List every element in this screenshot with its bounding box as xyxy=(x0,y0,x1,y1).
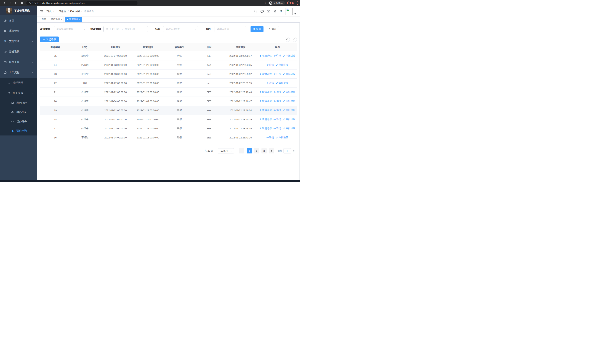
table-row[interactable]: 21 处理中 2022-01-22 00:00:00 2022-01-23 00… xyxy=(40,88,297,97)
forward-icon[interactable] xyxy=(9,1,12,5)
approval-progress-action[interactable]: 审批进度 xyxy=(283,118,295,121)
close-icon[interactable]: × xyxy=(61,18,62,20)
user-avatar[interactable] xyxy=(286,8,297,15)
sidebar-item-done-tasks[interactable]: 已办任务 xyxy=(0,117,37,126)
cancel-leave-action[interactable]: 取消请假 xyxy=(259,54,272,57)
date-range-picker[interactable]: 开始日期 - 结束日期 xyxy=(103,26,148,32)
address-bar[interactable]: 不安全 dashboard.yudao.iocoder.cn /bpm/oa/l… xyxy=(26,1,138,5)
page-button-1[interactable]: 1 xyxy=(247,148,252,153)
search-button[interactable]: 搜索 xyxy=(251,26,263,32)
approval-progress-action[interactable]: 审批进度 xyxy=(276,136,288,139)
fullscreen-icon[interactable] xyxy=(273,10,276,13)
leave-type-select[interactable]: 请选择请假类型 xyxy=(54,26,87,32)
sidebar-item-leave-query[interactable]: 请假查询 xyxy=(0,126,37,135)
reset-button[interactable]: 重置 xyxy=(266,26,279,32)
table-row[interactable]: 24 已取消 2022-01-03 00:00:00 2022-01-26 00… xyxy=(40,60,297,69)
cancel-leave-action[interactable]: 取消请假 xyxy=(259,90,272,94)
back-icon[interactable] xyxy=(3,1,6,5)
cell-apply-id: 20 xyxy=(40,100,71,103)
table-row[interactable]: 22 通过 2022-01-22 00:00:00 2022-01-22 00:… xyxy=(40,79,297,88)
sidebar-collapse-icon[interactable] xyxy=(40,9,43,13)
reload-icon[interactable] xyxy=(15,1,18,5)
cell-reason: eee xyxy=(195,64,223,66)
detail-action[interactable]: 详情 xyxy=(273,127,281,130)
cell-apply-time: 2022-01-22 23:53:35 xyxy=(224,64,258,66)
sidebar-item-task-mgmt[interactable]: 任务管理 xyxy=(0,88,37,98)
table-row[interactable]: 20 处理中 2022-01-04 00:00:00 2022-01-04 00… xyxy=(40,97,297,106)
approval-progress-action[interactable]: 审批进度 xyxy=(283,100,295,103)
sidebar-item-payment[interactable]: ¥ 支付管理 xyxy=(0,36,37,47)
result-select[interactable]: 请选择流结果 xyxy=(163,26,198,32)
approval-progress-action[interactable]: 审批进度 xyxy=(276,81,288,85)
sidebar-item-my-process[interactable]: 我的流程 xyxy=(0,98,37,108)
detail-action[interactable]: 详情 xyxy=(273,54,281,57)
prev-page-button[interactable] xyxy=(239,148,244,153)
tab-home[interactable]: 首页 xyxy=(40,17,48,22)
approval-progress-action[interactable]: 审批进度 xyxy=(283,109,295,112)
page-button-3[interactable]: 3 xyxy=(262,148,267,153)
tab-process-detail[interactable]: 流程详情 × xyxy=(49,17,64,22)
create-leave-button[interactable]: 发起请假 xyxy=(40,37,59,42)
cell-apply-id: 17 xyxy=(40,127,71,130)
cell-end-time: 2022-01-11 00:00:00 xyxy=(132,118,164,121)
detail-action[interactable]: 详情 xyxy=(273,90,281,94)
view-icon xyxy=(273,109,276,111)
detail-action[interactable]: 详情 xyxy=(266,136,274,139)
sidebar-item-devtools[interactable]: 研发工具 xyxy=(0,57,37,67)
browser-menu-icon[interactable] xyxy=(296,2,296,4)
search-icon[interactable] xyxy=(254,10,257,13)
scrollbar[interactable] xyxy=(299,6,300,180)
table-row[interactable]: 16 不通过 2022-01-04 00:00:00 2022-01-13 00… xyxy=(40,133,297,142)
approval-progress-action[interactable]: 审批进度 xyxy=(283,127,295,130)
table-row[interactable]: 23 处理中 2022-01-03 00:00:00 2022-01-26 00… xyxy=(40,69,297,79)
browser-update-button[interactable]: 更新 xyxy=(287,1,298,5)
breadcrumb-workflow[interactable]: 工作流程 xyxy=(56,10,66,13)
sidebar-item-todo-tasks[interactable]: 待办任务 xyxy=(0,108,37,117)
help-icon[interactable]: ? xyxy=(267,10,270,13)
cell-actions: 详情审批进度 xyxy=(258,63,297,66)
detail-action[interactable]: 详情 xyxy=(273,100,281,103)
table-row[interactable]: 17 处理中 2022-01-22 00:00:00 2022-01-22 00… xyxy=(40,124,297,133)
reason-input[interactable]: 请输入原因 xyxy=(215,26,246,32)
close-icon[interactable]: × xyxy=(79,18,80,20)
cancel-leave-action[interactable]: 取消请假 xyxy=(259,118,272,121)
cancel-leave-action[interactable]: 取消请假 xyxy=(259,100,272,103)
breadcrumb-home[interactable]: 首页 xyxy=(47,10,52,13)
tab-leave-query[interactable]: 请假查询 × xyxy=(65,17,82,22)
home-icon[interactable] xyxy=(20,1,24,5)
approval-progress-action[interactable]: 审批进度 xyxy=(283,72,295,76)
show-search-button[interactable] xyxy=(285,37,290,42)
github-icon[interactable] xyxy=(261,10,264,13)
sidebar-item-system[interactable]: 系统管理 xyxy=(0,26,37,36)
table-row[interactable]: 25 处理中 2021-12-27 00:00:00 2022-01-19 00… xyxy=(40,51,297,60)
next-page-button[interactable] xyxy=(269,148,274,153)
cell-end-time: 2022-01-26 00:00:00 xyxy=(132,64,164,66)
table-row[interactable]: 18 处理中 2022-01-11 00:00:00 2022-01-11 00… xyxy=(40,115,297,124)
sidebar-item-infra[interactable]: 基础设施 xyxy=(0,47,37,57)
goto-page-input[interactable]: 1 xyxy=(283,148,291,153)
detail-action[interactable]: 详情 xyxy=(266,81,274,85)
refresh-table-button[interactable] xyxy=(292,37,297,42)
approval-progress-action[interactable]: 审批进度 xyxy=(276,63,288,66)
cancel-leave-action[interactable]: 取消请假 xyxy=(259,127,272,130)
detail-action[interactable]: 详情 xyxy=(266,63,274,66)
table-row[interactable]: 19 处理中 2022-01-22 00:00:00 2022-01-22 00… xyxy=(40,106,297,115)
font-size-icon[interactable]: tT xyxy=(280,10,282,13)
cell-start-time: 2022-01-04 00:00:00 xyxy=(99,100,132,103)
cancel-leave-action[interactable]: 取消请假 xyxy=(259,109,272,112)
detail-action[interactable]: 详情 xyxy=(273,109,281,112)
approval-progress-action[interactable]: 审批进度 xyxy=(283,54,295,57)
logo-row[interactable]: 芋道管理系统 xyxy=(0,6,37,15)
sidebar-item-process-mgmt[interactable]: 流程管理 xyxy=(0,78,37,88)
bookmark-star-icon[interactable]: ☆ xyxy=(264,1,266,5)
page-size-select[interactable]: 10条/页 xyxy=(218,148,234,153)
sidebar-item-home[interactable]: 首页 xyxy=(0,15,37,26)
cancel-leave-action[interactable]: 取消请假 xyxy=(259,72,272,76)
page-button-2[interactable]: 2 xyxy=(254,148,259,153)
sidebar-item-workflow[interactable]: 工作流程 xyxy=(0,67,37,78)
detail-action[interactable]: 详情 xyxy=(273,72,281,76)
breadcrumb-oa-example[interactable]: OA 示例 xyxy=(70,10,80,13)
detail-action[interactable]: 详情 xyxy=(273,118,281,121)
sidebar-menu: 首页 系统管理 ¥ 支付管理 xyxy=(0,15,37,135)
approval-progress-action[interactable]: 审批进度 xyxy=(283,90,295,94)
